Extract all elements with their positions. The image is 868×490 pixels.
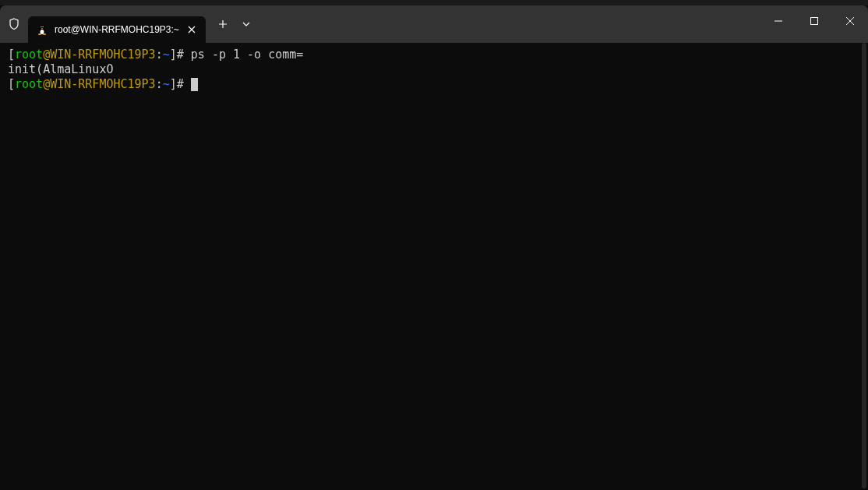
prompt-line-2: [root@WIN-RRFMOHC19P3:~]# [8,77,860,92]
shield-icon [6,16,22,32]
tux-icon [36,23,48,36]
output-line: init(AlmaLinuxO [8,62,860,77]
new-tab-button[interactable] [210,12,235,37]
tab-active[interactable]: root@WIN-RRFMOHC19P3:~ [28,16,206,43]
svg-point-6 [43,26,44,27]
svg-point-8 [43,33,46,35]
tab-title: root@WIN-RRFMOHC19P3:~ [55,24,179,35]
close-button[interactable] [832,5,868,37]
terminal-body[interactable]: [root@WIN-RRFMOHC19P3:~]# ps -p 1 -o com… [0,43,868,97]
scrollbar-thumb[interactable] [862,43,866,488]
maximize-button[interactable] [796,5,832,37]
titlebar: root@WIN-RRFMOHC19P3:~ [0,5,868,43]
svg-point-7 [38,33,41,35]
svg-point-2 [41,30,44,34]
minimize-button[interactable] [760,5,796,37]
tab-close-button[interactable] [185,23,198,36]
svg-rect-9 [811,18,818,25]
tab-dropdown-button[interactable] [235,12,257,37]
cursor [191,78,198,91]
prompt-line-1: [root@WIN-RRFMOHC19P3:~]# ps -p 1 -o com… [8,48,860,62]
svg-point-5 [41,26,42,27]
scrollbar[interactable] [860,43,866,488]
